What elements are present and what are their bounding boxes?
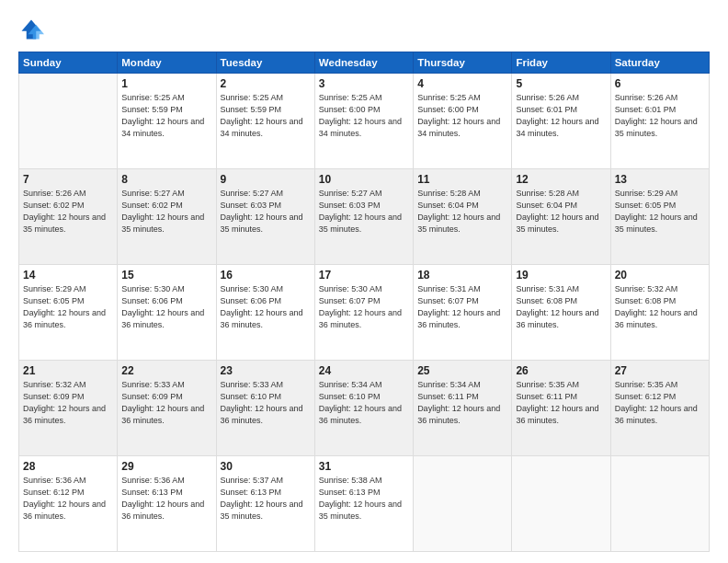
- day-info: Sunrise: 5:38 AMSunset: 6:13 PMDaylight:…: [319, 475, 409, 523]
- day-number: 3: [319, 77, 409, 90]
- calendar-cell: [19, 74, 118, 169]
- calendar-cell: 15Sunrise: 5:30 AMSunset: 6:06 PMDayligh…: [118, 265, 216, 361]
- day-number: 8: [121, 173, 211, 186]
- day-number: 15: [121, 269, 211, 282]
- day-number: 22: [121, 364, 211, 377]
- calendar-cell: 18Sunrise: 5:31 AMSunset: 6:07 PMDayligh…: [414, 265, 512, 361]
- day-number: 2: [221, 77, 311, 90]
- day-info: Sunrise: 5:25 AMSunset: 6:00 PMDaylight:…: [417, 92, 507, 140]
- day-number: 27: [615, 364, 705, 377]
- day-info: Sunrise: 5:27 AMSunset: 6:03 PMDaylight:…: [221, 188, 311, 236]
- day-info: Sunrise: 5:30 AMSunset: 6:07 PMDaylight:…: [319, 283, 409, 331]
- calendar-cell: 23Sunrise: 5:33 AMSunset: 6:10 PMDayligh…: [216, 361, 314, 456]
- weekday-header-tuesday: Tuesday: [216, 52, 314, 74]
- day-number: 7: [23, 173, 113, 186]
- weekday-header-wednesday: Wednesday: [314, 52, 413, 74]
- calendar-cell: [512, 456, 610, 552]
- calendar-cell: 25Sunrise: 5:34 AMSunset: 6:11 PMDayligh…: [414, 361, 512, 456]
- calendar-cell: 24Sunrise: 5:34 AMSunset: 6:10 PMDayligh…: [314, 361, 413, 456]
- day-info: Sunrise: 5:25 AMSunset: 5:59 PMDaylight:…: [221, 92, 311, 140]
- calendar-cell: 11Sunrise: 5:28 AMSunset: 6:04 PMDayligh…: [414, 169, 512, 265]
- calendar-cell: 29Sunrise: 5:36 AMSunset: 6:13 PMDayligh…: [118, 456, 216, 552]
- day-info: Sunrise: 5:33 AMSunset: 6:10 PMDaylight:…: [221, 379, 311, 427]
- day-info: Sunrise: 5:28 AMSunset: 6:04 PMDaylight:…: [516, 188, 606, 236]
- day-number: 19: [516, 269, 606, 282]
- day-info: Sunrise: 5:32 AMSunset: 6:08 PMDaylight:…: [615, 283, 705, 331]
- calendar-cell: [414, 456, 512, 552]
- day-info: Sunrise: 5:30 AMSunset: 6:06 PMDaylight:…: [121, 283, 211, 331]
- calendar-cell: 30Sunrise: 5:37 AMSunset: 6:13 PMDayligh…: [216, 456, 314, 552]
- calendar-cell: 27Sunrise: 5:35 AMSunset: 6:12 PMDayligh…: [610, 361, 709, 456]
- day-number: 5: [516, 77, 606, 90]
- day-info: Sunrise: 5:35 AMSunset: 6:12 PMDaylight:…: [615, 379, 705, 427]
- day-number: 1: [121, 77, 211, 90]
- day-info: Sunrise: 5:29 AMSunset: 6:05 PMDaylight:…: [615, 188, 705, 236]
- day-info: Sunrise: 5:27 AMSunset: 6:03 PMDaylight:…: [319, 188, 409, 236]
- day-number: 31: [319, 460, 409, 473]
- day-number: 13: [615, 173, 705, 186]
- calendar-cell: 14Sunrise: 5:29 AMSunset: 6:05 PMDayligh…: [19, 265, 118, 361]
- calendar-table: SundayMondayTuesdayWednesdayThursdayFrid…: [18, 52, 710, 552]
- day-info: Sunrise: 5:28 AMSunset: 6:04 PMDaylight:…: [417, 188, 507, 236]
- calendar-cell: 5Sunrise: 5:26 AMSunset: 6:01 PMDaylight…: [512, 74, 610, 169]
- calendar-cell: 21Sunrise: 5:32 AMSunset: 6:09 PMDayligh…: [19, 361, 118, 456]
- day-info: Sunrise: 5:34 AMSunset: 6:11 PMDaylight:…: [417, 379, 507, 427]
- day-number: 26: [516, 364, 606, 377]
- calendar-cell: 7Sunrise: 5:26 AMSunset: 6:02 PMDaylight…: [19, 169, 118, 265]
- calendar-cell: 6Sunrise: 5:26 AMSunset: 6:01 PMDaylight…: [610, 74, 709, 169]
- weekday-header-sunday: Sunday: [19, 52, 118, 74]
- day-info: Sunrise: 5:25 AMSunset: 6:00 PMDaylight:…: [319, 92, 409, 140]
- calendar-cell: 31Sunrise: 5:38 AMSunset: 6:13 PMDayligh…: [314, 456, 413, 552]
- calendar-cell: 20Sunrise: 5:32 AMSunset: 6:08 PMDayligh…: [610, 265, 709, 361]
- calendar-cell: 4Sunrise: 5:25 AMSunset: 6:00 PMDaylight…: [414, 74, 512, 169]
- calendar-cell: 16Sunrise: 5:30 AMSunset: 6:06 PMDayligh…: [216, 265, 314, 361]
- calendar-cell: 28Sunrise: 5:36 AMSunset: 6:12 PMDayligh…: [19, 456, 118, 552]
- day-info: Sunrise: 5:37 AMSunset: 6:13 PMDaylight:…: [221, 475, 311, 523]
- calendar-cell: 12Sunrise: 5:28 AMSunset: 6:04 PMDayligh…: [512, 169, 610, 265]
- day-number: 4: [417, 77, 507, 90]
- calendar-cell: 10Sunrise: 5:27 AMSunset: 6:03 PMDayligh…: [314, 169, 413, 265]
- weekday-header-thursday: Thursday: [414, 52, 512, 74]
- day-info: Sunrise: 5:31 AMSunset: 6:07 PMDaylight:…: [417, 283, 507, 331]
- day-number: 29: [121, 460, 211, 473]
- header: [18, 17, 710, 42]
- day-number: 9: [221, 173, 311, 186]
- day-info: Sunrise: 5:27 AMSunset: 6:02 PMDaylight:…: [121, 188, 211, 236]
- calendar-cell: 13Sunrise: 5:29 AMSunset: 6:05 PMDayligh…: [610, 169, 709, 265]
- calendar-cell: 26Sunrise: 5:35 AMSunset: 6:11 PMDayligh…: [512, 361, 610, 456]
- day-info: Sunrise: 5:25 AMSunset: 5:59 PMDaylight:…: [121, 92, 211, 140]
- day-number: 11: [417, 173, 507, 186]
- day-info: Sunrise: 5:26 AMSunset: 6:02 PMDaylight:…: [23, 188, 113, 236]
- day-number: 6: [615, 77, 705, 90]
- day-info: Sunrise: 5:29 AMSunset: 6:05 PMDaylight:…: [23, 283, 113, 331]
- weekday-header-saturday: Saturday: [610, 52, 709, 74]
- day-number: 18: [417, 269, 507, 282]
- day-number: 24: [319, 364, 409, 377]
- day-info: Sunrise: 5:31 AMSunset: 6:08 PMDaylight:…: [516, 283, 606, 331]
- calendar-cell: 1Sunrise: 5:25 AMSunset: 5:59 PMDaylight…: [118, 74, 216, 169]
- day-number: 17: [319, 269, 409, 282]
- logo-icon: [18, 17, 44, 42]
- day-number: 12: [516, 173, 606, 186]
- day-info: Sunrise: 5:30 AMSunset: 6:06 PMDaylight:…: [221, 283, 311, 331]
- day-number: 21: [23, 364, 113, 377]
- calendar-cell: [610, 456, 709, 552]
- day-number: 16: [221, 269, 311, 282]
- calendar-cell: 8Sunrise: 5:27 AMSunset: 6:02 PMDaylight…: [118, 169, 216, 265]
- day-number: 23: [221, 364, 311, 377]
- calendar-cell: 2Sunrise: 5:25 AMSunset: 5:59 PMDaylight…: [216, 74, 314, 169]
- calendar-cell: 17Sunrise: 5:30 AMSunset: 6:07 PMDayligh…: [314, 265, 413, 361]
- weekday-header-monday: Monday: [118, 52, 216, 74]
- logo: [18, 17, 48, 42]
- day-info: Sunrise: 5:26 AMSunset: 6:01 PMDaylight:…: [516, 92, 606, 140]
- day-number: 25: [417, 364, 507, 377]
- day-number: 20: [615, 269, 705, 282]
- day-info: Sunrise: 5:36 AMSunset: 6:12 PMDaylight:…: [23, 475, 113, 523]
- day-info: Sunrise: 5:26 AMSunset: 6:01 PMDaylight:…: [615, 92, 705, 140]
- day-info: Sunrise: 5:35 AMSunset: 6:11 PMDaylight:…: [516, 379, 606, 427]
- day-info: Sunrise: 5:33 AMSunset: 6:09 PMDaylight:…: [121, 379, 211, 427]
- day-info: Sunrise: 5:36 AMSunset: 6:13 PMDaylight:…: [121, 475, 211, 523]
- calendar-cell: 19Sunrise: 5:31 AMSunset: 6:08 PMDayligh…: [512, 265, 610, 361]
- day-number: 14: [23, 269, 113, 282]
- calendar-cell: 9Sunrise: 5:27 AMSunset: 6:03 PMDaylight…: [216, 169, 314, 265]
